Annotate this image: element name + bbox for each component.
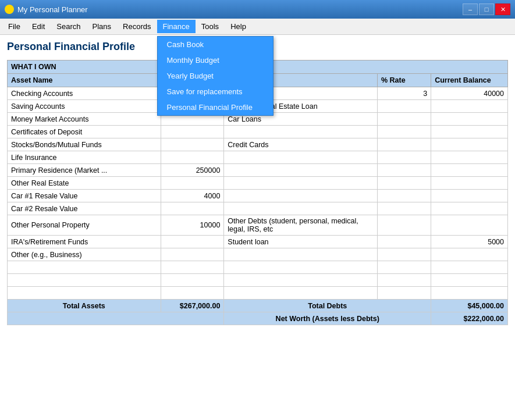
net-worth-label: Net Worth (Assets less Debts) <box>224 312 431 325</box>
debt-name-cell <box>224 164 378 177</box>
debt-balance-cell <box>431 151 508 164</box>
dropdown-yearly-budget[interactable]: Yearly Budget <box>158 68 273 84</box>
app-icon <box>5 5 14 14</box>
app-title: My Personal Planner <box>17 5 88 14</box>
asset-name-cell: Car #1 Resale Value <box>8 190 161 202</box>
debt-percent-cell <box>377 236 431 248</box>
close-button[interactable]: ✕ <box>495 3 510 15</box>
asset-value-cell <box>161 261 224 274</box>
debt-percent-cell <box>377 261 431 274</box>
asset-name-header: Asset Name <box>8 74 161 87</box>
debt-percent-cell <box>377 100 431 113</box>
total-debts-label: Total Debts <box>224 300 431 312</box>
asset-name-cell: Primary Residence (Market ... <box>8 164 161 177</box>
table-row: Other (e.g., Business) <box>8 248 508 261</box>
debt-percent-cell <box>377 287 431 300</box>
debt-balance-cell <box>431 215 508 236</box>
asset-name-cell <box>8 274 161 287</box>
asset-name-cell: Stocks/Bonds/Mutual Funds <box>8 138 161 151</box>
minimize-button[interactable]: – <box>463 3 478 15</box>
dropdown-save-replacements[interactable]: Save for replacements <box>158 84 273 99</box>
net-worth-spacer <box>8 312 224 325</box>
debt-name-cell <box>224 287 378 300</box>
dropdown-monthly-budget[interactable]: Monthly Budget <box>158 52 273 68</box>
debt-balance-cell <box>431 164 508 177</box>
debt-name-cell <box>224 126 378 138</box>
debt-name-cell: Credit Cards <box>224 138 378 151</box>
debt-balance-cell <box>431 274 508 287</box>
debt-percent-cell: 3 <box>377 87 431 100</box>
debt-percent-cell <box>377 274 431 287</box>
debt-name-cell <box>224 202 378 215</box>
asset-value-cell <box>161 248 224 261</box>
total-debts-value: $45,000.00 <box>431 300 508 312</box>
table-row <box>8 287 508 300</box>
debt-balance-cell <box>431 126 508 138</box>
asset-name-cell: Saving Accounts <box>8 100 161 113</box>
debt-balance-cell: 5000 <box>431 236 508 248</box>
debt-balance-cell <box>431 202 508 215</box>
debt-percent-cell <box>377 215 431 236</box>
debt-name-cell <box>224 151 378 164</box>
finance-dropdown: Cash Book Monthly Budget Yearly Budget S… <box>157 36 274 116</box>
debt-name-cell: Student loan <box>224 236 378 248</box>
asset-value-cell: 4000 <box>161 190 224 202</box>
asset-name-cell: IRA's/Retirement Funds <box>8 236 161 248</box>
debt-balance-cell <box>431 138 508 151</box>
debt-name-cell <box>224 190 378 202</box>
asset-name-cell: Checking Accounts <box>8 87 161 100</box>
debt-balance-cell <box>431 248 508 261</box>
debt-balance-cell <box>431 113 508 126</box>
debt-percent-cell <box>377 126 431 138</box>
debt-percent-cell <box>377 190 431 202</box>
menu-finance[interactable]: Finance Cash Book Monthly Budget Yearly … <box>157 20 196 33</box>
asset-name-cell: Life Insurance <box>8 151 161 164</box>
table-row: Car #2 Resale Value <box>8 202 508 215</box>
asset-value-cell <box>161 126 224 138</box>
debt-name-cell <box>224 177 378 190</box>
table-row: Life Insurance <box>8 151 508 164</box>
asset-name-cell: Other Personal Property <box>8 215 161 236</box>
maximize-button[interactable]: □ <box>479 3 494 15</box>
debt-name-cell <box>224 261 378 274</box>
table-row <box>8 274 508 287</box>
table-row: Other Real Estate <box>8 177 508 190</box>
debt-balance-cell: 40000 <box>431 87 508 100</box>
net-worth-value: $222,000.00 <box>431 312 508 325</box>
debt-balance-cell <box>431 190 508 202</box>
menu-tools[interactable]: Tools <box>196 20 225 33</box>
dropdown-personal-financial-profile[interactable]: Personal Financial Profile <box>158 99 273 115</box>
total-assets-label: Total Assets <box>8 300 161 312</box>
table-row: Certificates of Deposit <box>8 126 508 138</box>
asset-value-cell <box>161 202 224 215</box>
debt-balance-cell <box>431 287 508 300</box>
title-bar: My Personal Planner – □ ✕ <box>0 0 515 19</box>
asset-value-cell: 10000 <box>161 215 224 236</box>
debt-percent-cell <box>377 164 431 177</box>
table-row: Other Personal Property10000Other Debts … <box>8 215 508 236</box>
table-row: Primary Residence (Market ...250000 <box>8 164 508 177</box>
asset-name-cell: Car #2 Resale Value <box>8 202 161 215</box>
percent-rate-header: % Rate <box>377 74 431 87</box>
asset-name-cell: Money Market Accounts <box>8 113 161 126</box>
menu-file[interactable]: File <box>2 20 26 33</box>
asset-value-cell <box>161 151 224 164</box>
asset-name-cell: Certificates of Deposit <box>8 126 161 138</box>
table-row: IRA's/Retirement FundsStudent loan5000 <box>8 236 508 248</box>
menu-edit[interactable]: Edit <box>26 20 51 33</box>
menu-plans[interactable]: Plans <box>87 20 118 33</box>
menu-help[interactable]: Help <box>225 20 252 33</box>
asset-name-cell <box>8 261 161 274</box>
table-row <box>8 261 508 274</box>
dropdown-cash-book[interactable]: Cash Book <box>158 37 273 52</box>
net-worth-row: Net Worth (Assets less Debts) $222,000.0… <box>8 312 508 325</box>
table-row: Stocks/Bonds/Mutual FundsCredit Cards <box>8 138 508 151</box>
asset-value-cell <box>161 236 224 248</box>
debt-percent-cell <box>377 177 431 190</box>
asset-name-cell <box>8 287 161 300</box>
debt-percent-cell <box>377 113 431 126</box>
menu-search[interactable]: Search <box>51 20 86 33</box>
debt-percent-cell <box>377 248 431 261</box>
debt-percent-cell <box>377 202 431 215</box>
menu-records[interactable]: Records <box>117 20 157 33</box>
